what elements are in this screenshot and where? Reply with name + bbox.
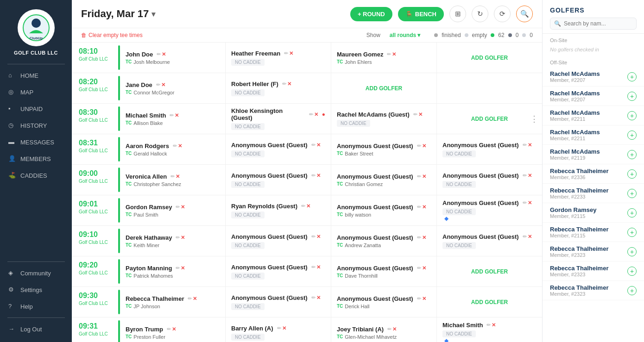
delete-icon[interactable]: ✕: [422, 265, 426, 271]
bench-button[interactable]: 🪑 BENCH: [398, 7, 444, 21]
delete-icon[interactable]: ✕: [162, 51, 166, 57]
delete-icon[interactable]: ✕: [422, 174, 426, 180]
edit-icon[interactable]: ✏: [188, 296, 192, 302]
sidebar-item-caddies[interactable]: ⛳ CADDIES: [0, 167, 72, 184]
delete-icon[interactable]: ✕: [316, 264, 321, 270]
delete-icon[interactable]: ✕: [528, 234, 532, 240]
edit-icon[interactable]: ✏: [170, 112, 174, 118]
three-dots-menu[interactable]: ⋮: [530, 114, 538, 124]
delete-icon[interactable]: ✕: [287, 81, 291, 87]
sidebar-item-settings[interactable]: ⚙ Settings: [0, 281, 72, 298]
edit-icon[interactable]: ✏: [309, 112, 313, 118]
edit-icon[interactable]: ✏: [387, 51, 391, 57]
add-golfer-button[interactable]: ADD GOLFER: [442, 116, 537, 122]
edit-icon[interactable]: ✏: [156, 82, 160, 88]
sidebar-item-map[interactable]: ◎ MAP: [0, 84, 72, 100]
edit-icon[interactable]: ✏: [417, 174, 421, 180]
refresh-button[interactable]: ↻: [472, 6, 488, 22]
edit-icon[interactable]: ✏: [523, 234, 527, 240]
date-chevron-icon[interactable]: ▾: [152, 10, 155, 19]
delete-icon[interactable]: ✕: [306, 203, 310, 209]
delete-icon[interactable]: ✕: [528, 200, 532, 206]
edit-icon[interactable]: ✏: [277, 325, 281, 331]
edit-icon[interactable]: ✏: [176, 204, 180, 210]
delete-icon[interactable]: ✕: [289, 50, 293, 56]
edit-icon[interactable]: ✏: [413, 112, 417, 118]
delete-icon[interactable]: ✕: [422, 296, 426, 302]
edit-icon[interactable]: ✏: [176, 235, 180, 241]
edit-icon[interactable]: ✏: [311, 173, 316, 179]
delete-icon[interactable]: ✕: [181, 235, 185, 241]
delete-icon[interactable]: ✕: [193, 296, 197, 302]
panel-add-golfer-button[interactable]: +: [627, 169, 637, 179]
delete-icon[interactable]: ✕: [316, 173, 321, 179]
delete-icon[interactable]: ✕: [175, 112, 179, 118]
grid-view-button[interactable]: ⊞: [449, 6, 466, 22]
delete-icon[interactable]: ✕: [316, 142, 321, 148]
clear-empty-button[interactable]: 🗑 Clear empty tee times: [81, 32, 143, 38]
panel-add-golfer-button[interactable]: +: [627, 286, 637, 295]
panel-golfer-item[interactable]: Rachel McAdams Member, #2207 +: [543, 67, 644, 87]
sidebar-item-help[interactable]: ? Help: [0, 298, 72, 315]
edit-icon[interactable]: ✏: [417, 204, 421, 210]
add-round-button[interactable]: + ROUND: [350, 7, 392, 21]
delete-icon[interactable]: ✕: [422, 235, 426, 241]
edit-icon[interactable]: ✏: [417, 143, 421, 149]
panel-golfer-item[interactable]: Rebecca Thalheimer Member, #2323 +: [543, 261, 644, 281]
delete-icon[interactable]: ✕: [176, 174, 180, 180]
edit-icon[interactable]: ✏: [486, 322, 491, 328]
delete-icon[interactable]: ✕: [172, 326, 176, 332]
panel-golfer-item[interactable]: Rebecca Thalheimer Member, #2323 +: [543, 281, 644, 300]
edit-icon[interactable]: ✏: [167, 326, 171, 332]
edit-icon[interactable]: ✏: [170, 174, 175, 180]
delete-icon[interactable]: ✕: [528, 142, 532, 148]
panel-golfer-item[interactable]: Rebecca Thalheimer Member, #2323 +: [543, 242, 644, 261]
edit-icon[interactable]: ✏: [282, 81, 286, 87]
sync-button[interactable]: ⟳: [494, 6, 511, 22]
panel-add-golfer-button[interactable]: +: [627, 208, 637, 218]
sidebar-item-history[interactable]: ◷ HISTORY: [0, 117, 72, 134]
delete-icon[interactable]: ✕: [528, 173, 532, 179]
edit-icon[interactable]: ✏: [173, 143, 177, 149]
edit-icon[interactable]: ✏: [417, 235, 421, 241]
delete-icon[interactable]: ✕: [392, 51, 396, 57]
delete-icon[interactable]: ✕: [314, 112, 318, 118]
add-golfer-button[interactable]: ADD GOLFER: [337, 85, 431, 92]
panel-golfer-item[interactable]: Rachel McAdams Member, #2211 +: [543, 125, 644, 145]
panel-golfer-item[interactable]: Gordon Ramsey Member, #2115 +: [543, 203, 644, 223]
panel-add-golfer-button[interactable]: +: [627, 228, 637, 237]
edit-icon[interactable]: ✏: [284, 50, 288, 56]
edit-icon[interactable]: ✏: [387, 326, 391, 332]
edit-icon[interactable]: ✏: [523, 142, 527, 148]
panel-golfer-item[interactable]: Rebecca Thalheimer Member, #2336 +: [543, 164, 644, 184]
panel-add-golfer-button[interactable]: +: [627, 247, 637, 256]
panel-add-golfer-button[interactable]: +: [627, 92, 637, 101]
delete-icon[interactable]: ✕: [181, 265, 185, 271]
panel-golfer-item[interactable]: Rachel McAdams Member, #2211 +: [543, 106, 644, 125]
edit-icon[interactable]: ✏: [523, 200, 527, 206]
delete-icon[interactable]: ✕: [316, 295, 321, 301]
panel-add-golfer-button[interactable]: +: [627, 150, 637, 159]
edit-icon[interactable]: ✏: [417, 296, 421, 302]
edit-icon[interactable]: ✏: [311, 142, 316, 148]
delete-icon[interactable]: ✕: [161, 82, 165, 88]
panel-search[interactable]: 🔍: [550, 18, 637, 30]
edit-icon[interactable]: ✏: [523, 173, 527, 179]
panel-add-golfer-button[interactable]: +: [627, 111, 637, 120]
add-golfer-button[interactable]: ADD GOLFER: [442, 55, 537, 61]
panel-add-golfer-button[interactable]: +: [627, 267, 637, 276]
delete-icon[interactable]: ✕: [422, 204, 426, 210]
panel-add-golfer-button[interactable]: +: [627, 131, 637, 140]
delete-icon[interactable]: ✕: [392, 326, 397, 332]
panel-golfer-item[interactable]: Rebecca Thalheimer Member, #2233 +: [543, 184, 644, 203]
delete-icon[interactable]: ✕: [418, 112, 423, 118]
delete-icon[interactable]: ✕: [181, 204, 185, 210]
add-golfer-button[interactable]: ADD GOLFER: [442, 268, 537, 275]
edit-icon[interactable]: ✏: [311, 295, 316, 301]
sidebar-item-messages[interactable]: ▬ MESSAGES: [0, 134, 72, 150]
edit-icon[interactable]: ✏: [176, 265, 180, 271]
panel-golfer-item[interactable]: Rebecca Thalheimer Member, #2115 +: [543, 223, 644, 242]
delete-icon[interactable]: ✕: [422, 143, 426, 149]
delete-icon[interactable]: ✕: [282, 325, 286, 331]
edit-icon[interactable]: ✏: [157, 51, 161, 57]
